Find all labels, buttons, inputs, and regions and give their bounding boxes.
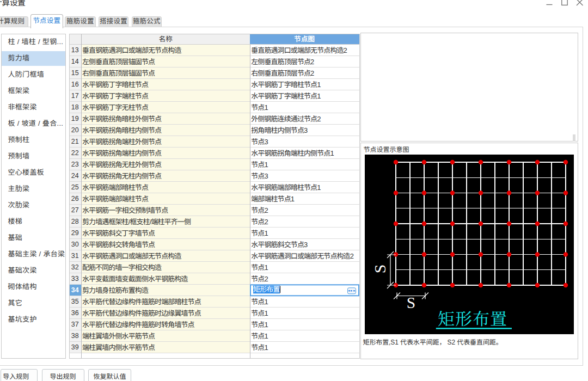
svg-text:S: S xyxy=(407,294,415,311)
svg-text:S: S xyxy=(371,265,389,274)
svg-text:矩形布置: 矩形布置 xyxy=(438,305,507,330)
